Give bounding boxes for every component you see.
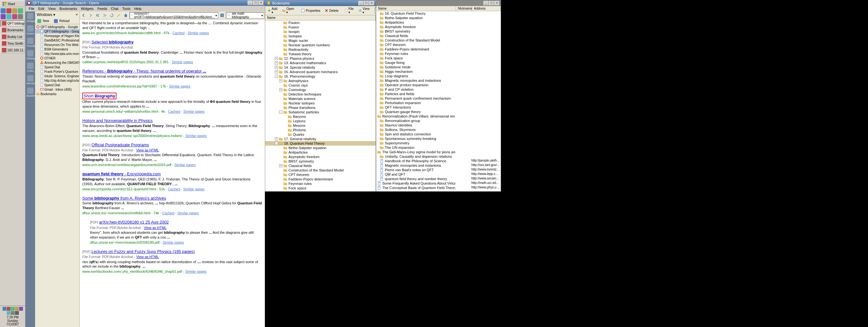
menu-view[interactable]: View <box>46 6 58 11</box>
window-item[interactable]: !Announcing the OMGWTWTF Winner - ... <box>35 60 79 65</box>
bookmark-folder[interactable]: Bethe-Salpeter equation <box>265 146 376 150</box>
side-history[interactable]: History <box>27 50 34 60</box>
view-menu[interactable]: View ▾ <box>358 7 371 14</box>
back-button[interactable] <box>81 12 87 19</box>
close-button[interactable]: × <box>369 1 374 5</box>
tray-icon[interactable] <box>3 307 6 311</box>
tray-icon[interactable] <box>19 307 23 311</box>
tray-icon[interactable] <box>11 307 15 311</box>
bookmark-folder[interactable]: P and CP violation <box>376 87 501 92</box>
minimize-button[interactable]: _ <box>248 1 253 5</box>
reload-button[interactable] <box>108 12 115 19</box>
bookmark-folder[interactable]: Renormalization (Pauli-Villars; dimensio… <box>376 114 501 118</box>
bookmark-folder[interactable]: Asymptotic freedom <box>265 154 376 159</box>
bookmark-folder[interactable]: Unitarity, Causality and dispersion rela… <box>376 154 501 159</box>
bookmark-folder[interactable]: Nuclear isotopes <box>265 101 376 106</box>
taskbar-item[interactable]: Buddy List <box>1 33 25 40</box>
bookmark-item[interactable]: quantum field theory and number theoryht… <box>376 177 501 181</box>
bookmark-folder[interactable]: The Gell-Mann–Lévy sigma model for pions… <box>376 150 501 154</box>
reload-button[interactable]: Reload <box>53 19 71 23</box>
bookmark-folder[interactable]: Construction of the Standard Model <box>376 38 501 42</box>
bookmark-folder[interactable]: Permanent quark confinement mechanism <box>376 96 501 100</box>
expand-toggle[interactable]: + <box>275 66 278 69</box>
bookmark-folder[interactable]: Fusion <box>265 25 376 29</box>
menu-help[interactable]: Help <box>132 6 144 11</box>
side-links[interactable]: Links <box>27 63 34 72</box>
bookmark-folder[interactable]: +13. Advanced mathematics <box>265 61 376 65</box>
bookmark-folder[interactable]: Operator product expansion <box>376 83 501 87</box>
bookmark-folder[interactable]: QFT Interactions <box>376 105 501 110</box>
bookmark-folder[interactable]: Isotopes <box>265 34 376 38</box>
bookmark-folder[interactable]: Fock space <box>376 56 501 60</box>
column-headers[interactable]: Name Nickname Address <box>376 6 501 11</box>
window-item[interactable]: QFT bibliography - Google Search - Opera <box>35 25 79 29</box>
bookmark-folder[interactable]: +Classical fields <box>265 164 376 168</box>
window-item[interactable]: Intute: Science, Engineering and Tec... <box>35 74 79 78</box>
bookmark-folder[interactable]: Detection techniques <box>265 92 376 96</box>
menu-bookmarks[interactable]: Bookmarks <box>57 6 79 11</box>
bookmark-folder[interactable]: Perturbation expansion <box>376 100 501 105</box>
bookmark-folder[interactable]: Quantum gauge theory <box>376 110 501 114</box>
expand-toggle[interactable]: - <box>279 111 282 114</box>
bookmark-folder[interactable]: Photons <box>265 128 376 132</box>
minimize-button[interactable]: _ <box>484 1 489 5</box>
bookmark-folder[interactable]: Classical fields <box>376 33 501 38</box>
fastforward-button[interactable] <box>101 12 108 19</box>
window-item[interactable]: http://zip.4chan.org/co/src/11833323... <box>35 78 79 83</box>
bookmark-folder[interactable]: Supersymmetry <box>376 141 501 145</box>
bookmark-folder[interactable]: CPT theorem <box>376 42 501 47</box>
menu-widgets[interactable]: Widgets <box>79 6 95 11</box>
side-widgets[interactable]: Widgets <box>27 13 34 23</box>
bookmark-item[interactable]: The Conceptual Basis of Quantum Field Th… <box>376 185 501 190</box>
bookmark-folder[interactable]: +15. Advanced quantum mechanics <box>265 70 376 74</box>
tray-icon[interactable] <box>11 311 15 315</box>
search-box[interactable]: ate math bibliography ▾ <box>226 12 264 19</box>
expand-toggle[interactable]: + <box>275 57 278 60</box>
side-windows[interactable]: Windows <box>27 75 34 85</box>
tray-icon[interactable] <box>7 311 10 315</box>
window-item[interactable]: Gmail - Inbox (405) <box>35 87 79 92</box>
bookmark-folder[interactable]: Phase transitions <box>265 106 376 110</box>
bookmark-folder[interactable]: Radioactivity <box>265 47 376 52</box>
maximize-button[interactable]: □ <box>489 1 494 5</box>
expand-toggle[interactable]: + <box>279 79 282 82</box>
bookmark-folder[interactable]: Fission <box>265 21 376 25</box>
side-bookmarks[interactable]: Bookmarks <box>27 88 34 97</box>
window-item[interactable]: Speed Dial <box>35 65 79 69</box>
result-link[interactable]: Official Postgraduate Programs <box>92 142 149 147</box>
maximize-button[interactable]: □ <box>253 1 258 5</box>
bookmark-folder[interactable]: Particles and fields <box>376 92 501 96</box>
bookmark-folder[interactable]: Yukawa theory <box>265 52 376 56</box>
bookmark-folder[interactable]: +Astrophysics <box>265 79 376 83</box>
expand-toggle[interactable]: + <box>279 164 282 167</box>
result-link[interactable]: Selected bibliography <box>92 39 134 44</box>
start-button[interactable]: Start <box>1 1 25 7</box>
delete-button[interactable]: Delete <box>323 8 340 13</box>
bookmark-folder[interactable]: Asymptotic freedom <box>376 25 501 29</box>
ql-icon[interactable] <box>1 14 6 19</box>
result-link[interactable]: Some bibliography from A. Rivero's archi… <box>82 196 166 201</box>
new-button[interactable]: New <box>36 19 51 23</box>
bookmark-folder[interactable]: -16. Phenomenology <box>265 74 376 79</box>
ql-icon[interactable] <box>18 8 23 13</box>
menu-feeds[interactable]: Feeds <box>95 6 109 11</box>
bookmark-folder[interactable]: Goldstone mode <box>376 65 501 69</box>
bookmark-folder[interactable]: Antiparticles <box>265 150 376 154</box>
window-item[interactable]: Bookmarks <box>35 92 79 96</box>
window-item[interactable]: Homepage of Hagen Kleinert <box>35 33 79 38</box>
col-name[interactable]: Name <box>265 15 376 20</box>
bookmark-folder[interactable]: Solitons, Skyrmions <box>376 127 501 132</box>
column-headers[interactable]: Name <box>265 15 376 21</box>
bookmark-folder[interactable]: Nuclear quantum numbers <box>265 43 376 47</box>
bookmark-folder[interactable]: +14. Special relativity <box>265 65 376 70</box>
tray-icon[interactable] <box>7 307 10 311</box>
result-link[interactable]: Short Biography <box>82 94 117 98</box>
bookmark-folder[interactable]: Renormalization group <box>376 118 501 123</box>
bookmark-folder[interactable]: Cosmic rays <box>265 83 376 88</box>
ql-icon[interactable] <box>6 14 11 19</box>
bookmark-folder[interactable]: Materials science <box>265 96 376 101</box>
col-name[interactable]: Name <box>376 6 456 11</box>
panel-close-icon[interactable]: × <box>75 12 78 17</box>
expand-toggle[interactable]: + <box>275 137 278 141</box>
bookmark-folder[interactable]: Isospin <box>265 29 376 34</box>
